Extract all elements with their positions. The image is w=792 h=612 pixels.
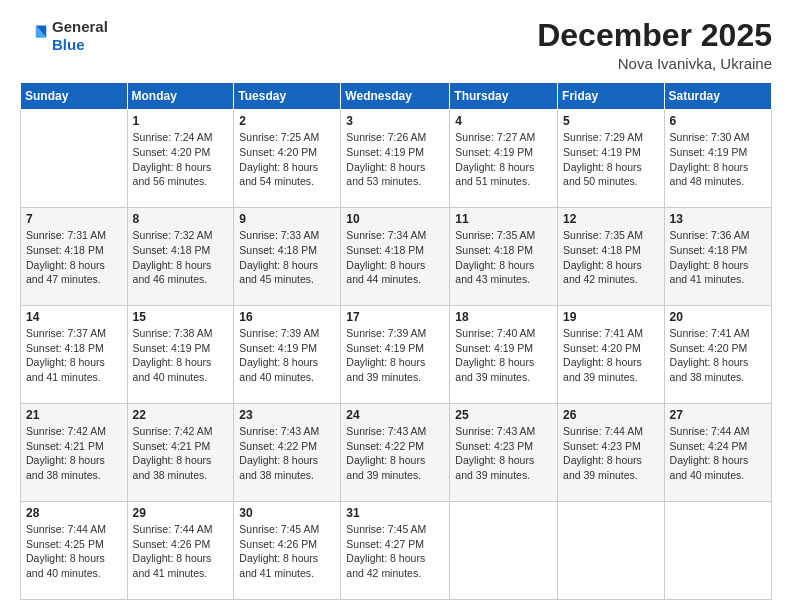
weekday-header-sunday: Sunday <box>21 83 128 110</box>
day-detail: Sunrise: 7:38 AMSunset: 4:19 PMDaylight:… <box>133 326 229 385</box>
day-cell: 19Sunrise: 7:41 AMSunset: 4:20 PMDayligh… <box>558 306 665 404</box>
day-cell: 24Sunrise: 7:43 AMSunset: 4:22 PMDayligh… <box>341 404 450 502</box>
day-cell: 6Sunrise: 7:30 AMSunset: 4:19 PMDaylight… <box>664 110 771 208</box>
day-number: 29 <box>133 506 229 520</box>
day-cell: 22Sunrise: 7:42 AMSunset: 4:21 PMDayligh… <box>127 404 234 502</box>
day-number: 2 <box>239 114 335 128</box>
day-cell: 2Sunrise: 7:25 AMSunset: 4:20 PMDaylight… <box>234 110 341 208</box>
day-cell: 28Sunrise: 7:44 AMSunset: 4:25 PMDayligh… <box>21 502 128 600</box>
day-number: 1 <box>133 114 229 128</box>
day-number: 16 <box>239 310 335 324</box>
day-detail: Sunrise: 7:33 AMSunset: 4:18 PMDaylight:… <box>239 228 335 287</box>
day-detail: Sunrise: 7:26 AMSunset: 4:19 PMDaylight:… <box>346 130 444 189</box>
month-title: December 2025 <box>537 18 772 53</box>
day-cell: 15Sunrise: 7:38 AMSunset: 4:19 PMDayligh… <box>127 306 234 404</box>
day-detail: Sunrise: 7:39 AMSunset: 4:19 PMDaylight:… <box>346 326 444 385</box>
day-cell: 23Sunrise: 7:43 AMSunset: 4:22 PMDayligh… <box>234 404 341 502</box>
day-cell: 3Sunrise: 7:26 AMSunset: 4:19 PMDaylight… <box>341 110 450 208</box>
calendar-table: SundayMondayTuesdayWednesdayThursdayFrid… <box>20 82 772 600</box>
day-cell: 10Sunrise: 7:34 AMSunset: 4:18 PMDayligh… <box>341 208 450 306</box>
day-cell <box>450 502 558 600</box>
day-number: 7 <box>26 212 122 226</box>
day-number: 12 <box>563 212 659 226</box>
day-detail: Sunrise: 7:43 AMSunset: 4:22 PMDaylight:… <box>239 424 335 483</box>
weekday-header-wednesday: Wednesday <box>341 83 450 110</box>
logo-blue-text: Blue <box>52 36 85 53</box>
day-detail: Sunrise: 7:37 AMSunset: 4:18 PMDaylight:… <box>26 326 122 385</box>
day-cell: 8Sunrise: 7:32 AMSunset: 4:18 PMDaylight… <box>127 208 234 306</box>
calendar-page: General Blue December 2025 Nova Ivanivka… <box>0 0 792 612</box>
day-detail: Sunrise: 7:43 AMSunset: 4:23 PMDaylight:… <box>455 424 552 483</box>
day-cell: 9Sunrise: 7:33 AMSunset: 4:18 PMDaylight… <box>234 208 341 306</box>
weekday-header-row: SundayMondayTuesdayWednesdayThursdayFrid… <box>21 83 772 110</box>
day-number: 28 <box>26 506 122 520</box>
weekday-header-monday: Monday <box>127 83 234 110</box>
weekday-header-tuesday: Tuesday <box>234 83 341 110</box>
day-detail: Sunrise: 7:41 AMSunset: 4:20 PMDaylight:… <box>563 326 659 385</box>
day-cell: 13Sunrise: 7:36 AMSunset: 4:18 PMDayligh… <box>664 208 771 306</box>
day-detail: Sunrise: 7:44 AMSunset: 4:26 PMDaylight:… <box>133 522 229 581</box>
day-detail: Sunrise: 7:42 AMSunset: 4:21 PMDaylight:… <box>26 424 122 483</box>
day-detail: Sunrise: 7:24 AMSunset: 4:20 PMDaylight:… <box>133 130 229 189</box>
day-detail: Sunrise: 7:44 AMSunset: 4:23 PMDaylight:… <box>563 424 659 483</box>
day-detail: Sunrise: 7:41 AMSunset: 4:20 PMDaylight:… <box>670 326 766 385</box>
day-number: 23 <box>239 408 335 422</box>
day-detail: Sunrise: 7:44 AMSunset: 4:25 PMDaylight:… <box>26 522 122 581</box>
day-number: 25 <box>455 408 552 422</box>
weekday-header-friday: Friday <box>558 83 665 110</box>
day-number: 24 <box>346 408 444 422</box>
day-cell: 27Sunrise: 7:44 AMSunset: 4:24 PMDayligh… <box>664 404 771 502</box>
week-row-4: 21Sunrise: 7:42 AMSunset: 4:21 PMDayligh… <box>21 404 772 502</box>
title-block: December 2025 Nova Ivanivka, Ukraine <box>537 18 772 72</box>
day-cell: 17Sunrise: 7:39 AMSunset: 4:19 PMDayligh… <box>341 306 450 404</box>
day-number: 13 <box>670 212 766 226</box>
day-number: 18 <box>455 310 552 324</box>
week-row-1: 1Sunrise: 7:24 AMSunset: 4:20 PMDaylight… <box>21 110 772 208</box>
day-cell: 20Sunrise: 7:41 AMSunset: 4:20 PMDayligh… <box>664 306 771 404</box>
day-number: 10 <box>346 212 444 226</box>
day-number: 14 <box>26 310 122 324</box>
day-detail: Sunrise: 7:45 AMSunset: 4:27 PMDaylight:… <box>346 522 444 581</box>
header: General Blue December 2025 Nova Ivanivka… <box>20 18 772 72</box>
logo-icon <box>20 22 48 50</box>
day-number: 22 <box>133 408 229 422</box>
day-detail: Sunrise: 7:45 AMSunset: 4:26 PMDaylight:… <box>239 522 335 581</box>
weekday-header-saturday: Saturday <box>664 83 771 110</box>
day-cell: 7Sunrise: 7:31 AMSunset: 4:18 PMDaylight… <box>21 208 128 306</box>
day-detail: Sunrise: 7:32 AMSunset: 4:18 PMDaylight:… <box>133 228 229 287</box>
day-detail: Sunrise: 7:44 AMSunset: 4:24 PMDaylight:… <box>670 424 766 483</box>
day-number: 5 <box>563 114 659 128</box>
day-number: 6 <box>670 114 766 128</box>
day-number: 31 <box>346 506 444 520</box>
day-detail: Sunrise: 7:29 AMSunset: 4:19 PMDaylight:… <box>563 130 659 189</box>
day-detail: Sunrise: 7:31 AMSunset: 4:18 PMDaylight:… <box>26 228 122 287</box>
day-cell <box>664 502 771 600</box>
day-cell: 16Sunrise: 7:39 AMSunset: 4:19 PMDayligh… <box>234 306 341 404</box>
day-number: 11 <box>455 212 552 226</box>
day-cell: 21Sunrise: 7:42 AMSunset: 4:21 PMDayligh… <box>21 404 128 502</box>
day-number: 15 <box>133 310 229 324</box>
day-cell: 5Sunrise: 7:29 AMSunset: 4:19 PMDaylight… <box>558 110 665 208</box>
day-number: 20 <box>670 310 766 324</box>
day-detail: Sunrise: 7:27 AMSunset: 4:19 PMDaylight:… <box>455 130 552 189</box>
day-number: 27 <box>670 408 766 422</box>
day-cell <box>21 110 128 208</box>
day-detail: Sunrise: 7:36 AMSunset: 4:18 PMDaylight:… <box>670 228 766 287</box>
day-detail: Sunrise: 7:39 AMSunset: 4:19 PMDaylight:… <box>239 326 335 385</box>
day-number: 17 <box>346 310 444 324</box>
day-number: 9 <box>239 212 335 226</box>
location-subtitle: Nova Ivanivka, Ukraine <box>537 55 772 72</box>
day-cell: 29Sunrise: 7:44 AMSunset: 4:26 PMDayligh… <box>127 502 234 600</box>
day-number: 30 <box>239 506 335 520</box>
day-detail: Sunrise: 7:35 AMSunset: 4:18 PMDaylight:… <box>455 228 552 287</box>
day-number: 21 <box>26 408 122 422</box>
day-cell: 25Sunrise: 7:43 AMSunset: 4:23 PMDayligh… <box>450 404 558 502</box>
day-detail: Sunrise: 7:34 AMSunset: 4:18 PMDaylight:… <box>346 228 444 287</box>
week-row-2: 7Sunrise: 7:31 AMSunset: 4:18 PMDaylight… <box>21 208 772 306</box>
day-cell: 4Sunrise: 7:27 AMSunset: 4:19 PMDaylight… <box>450 110 558 208</box>
day-number: 4 <box>455 114 552 128</box>
day-cell: 14Sunrise: 7:37 AMSunset: 4:18 PMDayligh… <box>21 306 128 404</box>
day-cell: 26Sunrise: 7:44 AMSunset: 4:23 PMDayligh… <box>558 404 665 502</box>
day-number: 8 <box>133 212 229 226</box>
day-detail: Sunrise: 7:30 AMSunset: 4:19 PMDaylight:… <box>670 130 766 189</box>
